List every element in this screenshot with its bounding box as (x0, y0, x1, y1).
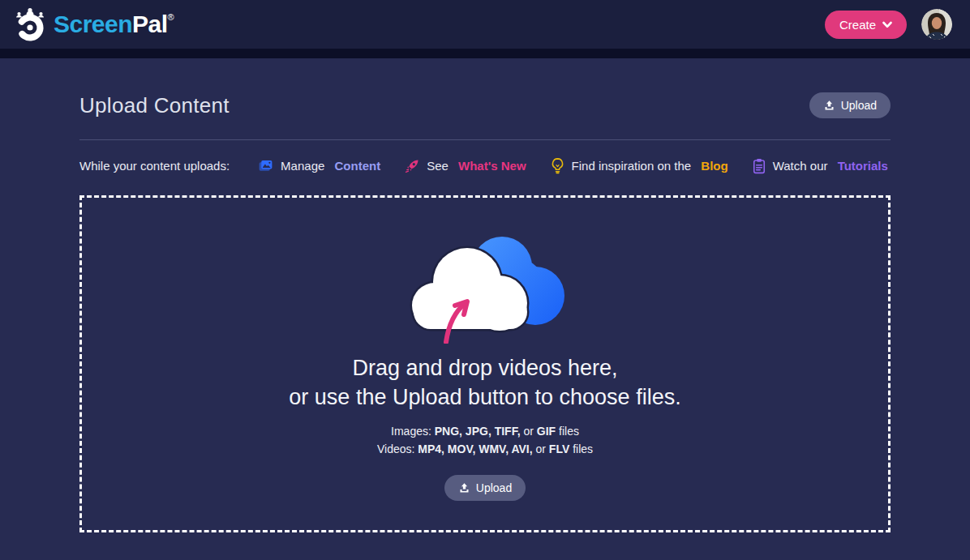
lightbulb-icon (550, 157, 565, 174)
title-row: Upload Content Upload (79, 58, 891, 118)
registered-mark: ® (168, 12, 174, 22)
brand-pal: Pal (132, 11, 168, 38)
link-blog[interactable]: Find inspiration on the Blog (550, 157, 728, 174)
link-highlight: Blog (701, 159, 728, 173)
upload-button-top-label: Upload (841, 99, 877, 112)
create-button[interactable]: Create (825, 11, 907, 39)
dropzone-instructions: Drag and drop videos here, or use the Up… (289, 353, 680, 412)
upload-button-dropzone-label: Upload (476, 481, 512, 494)
chevron-down-icon (882, 21, 892, 28)
quick-links: Manage Content See What's New (257, 157, 888, 174)
link-pre: Watch our (773, 159, 831, 173)
link-whats-new[interactable]: See What's New (404, 158, 526, 174)
upload-dropzone[interactable]: Drag and drop videos here, or use the Up… (79, 195, 891, 532)
upload-tray-icon (823, 100, 835, 112)
images-filetypes: Images: PNG, JPG, TIFF, or GIF files (377, 422, 593, 440)
link-manage-content[interactable]: Manage Content (257, 157, 380, 174)
upload-button-dropzone[interactable]: Upload (444, 475, 526, 501)
photos-icon (257, 157, 274, 174)
cloud-upload-illustration (404, 230, 566, 344)
screenpal-mascot-icon (13, 6, 47, 42)
create-button-label: Create (839, 18, 876, 32)
upload-tray-icon (458, 482, 470, 494)
link-pre: See (427, 159, 452, 173)
filetypes: Images: PNG, JPG, TIFF, or GIF files Vid… (377, 422, 593, 458)
dropzone-line1: Drag and drop videos here, (289, 353, 680, 383)
uploads-row: While your content uploads: Manage Conte… (79, 157, 891, 174)
brand-screen: Screen (54, 11, 132, 38)
header-right: Create (825, 9, 952, 40)
link-highlight: Content (334, 159, 380, 173)
upload-button-top[interactable]: Upload (809, 92, 891, 118)
clipboard-icon (752, 158, 766, 174)
link-tutorials[interactable]: Watch our Tutorials (752, 158, 888, 174)
page-title: Upload Content (79, 93, 230, 118)
rocket-icon (404, 158, 420, 174)
link-highlight: What's New (458, 159, 526, 173)
screenpal-logo[interactable]: ScreenPal® (13, 6, 174, 42)
link-pre: Manage (281, 159, 328, 173)
uploads-row-prefix: While your content uploads: (79, 159, 230, 173)
section-divider (79, 139, 891, 140)
brand-wordmark: ScreenPal® (54, 11, 174, 38)
user-avatar[interactable] (921, 9, 952, 40)
link-highlight: Tutorials (838, 159, 888, 173)
link-pre: Find inspiration on the (572, 159, 695, 173)
main-content: Upload Content Upload While your content… (79, 58, 891, 532)
dropzone-line2: or use the Upload button to choose files… (289, 383, 680, 412)
app-header: ScreenPal® Create (0, 0, 970, 49)
header-shadow-strip (0, 49, 970, 58)
videos-filetypes: Videos: MP4, MOV, WMV, AVI, or FLV files (377, 440, 593, 458)
